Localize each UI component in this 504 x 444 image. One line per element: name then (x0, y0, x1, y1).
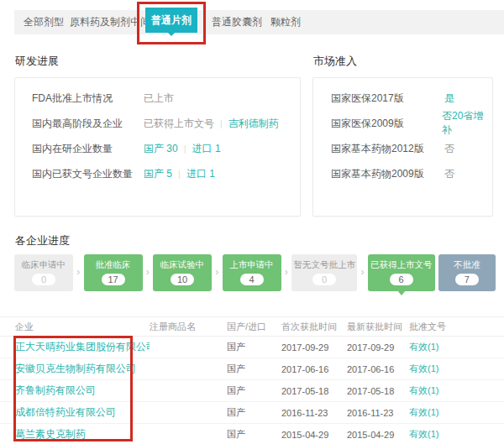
ma-row-value: 否 (444, 167, 454, 181)
company-link[interactable]: 葛兰素史克制药 (15, 427, 150, 441)
domestic-count-link[interactable]: 国产 30 (144, 142, 178, 156)
ma-row-label: 国家医保2017版 (331, 91, 444, 106)
step-label: 暂无文号批上市 (291, 259, 357, 271)
market-access-card: 国家医保2017版 是 国家医保2009版 否20省增补 国家基本药物2012版… (312, 77, 493, 217)
rd-row-companies-in-development: 国内在研企业数量 国产 30 | 进口 1 (32, 136, 300, 161)
rd-row-companies-licensed: 国内已获文号企业数量 国产 5 | 进口 1 (32, 161, 300, 186)
step-count-badge: 0 (312, 274, 336, 285)
ma-row-value[interactable]: 否20省增补 (442, 109, 492, 138)
ma-row-label: 国家医保2009版 (331, 117, 442, 131)
col-header-origin: 国产/进口 (227, 321, 281, 333)
progress-pipeline: 临床申请中 0 › 批准临床 17 › 临床试验中 10 › 上市申请中 4 ›… (14, 254, 496, 296)
rd-row-value: 已获得上市文号 (144, 117, 214, 131)
company-link[interactable]: 正大天晴药业集团股份有限公司 (15, 340, 150, 354)
tab-plain-capsule[interactable]: 普通胶囊剂 (212, 10, 262, 34)
first-approval-cell: 2015-04-29 (281, 430, 347, 440)
origin-cell: 国产 (227, 428, 281, 441)
step-label: 临床申请中 (14, 259, 73, 271)
rd-row-value: 已上市 (144, 91, 174, 106)
company-table: 企业 注册商品名 国产/进口 首次获批时间 最新获批时间 批准文号 正大天晴药业… (0, 316, 504, 444)
latest-approval-cell: 2017-05-18 (347, 386, 409, 396)
ma-row-nrdl-2009: 国家医保2009版 否20省增补 (331, 111, 492, 136)
step-label: 临床试验中 (153, 259, 212, 271)
table-row[interactable]: 成都倍特药业有限公司 国产 2016-11-23 2016-11-23 有效(1… (0, 402, 504, 424)
origin-cell: 国产 (227, 341, 281, 353)
first-approval-cell: 2017-06-16 (281, 364, 347, 374)
table-row[interactable]: 安徽贝克生物制药有限公司 国产 2017-06-16 2017-06-16 有效… (0, 358, 504, 380)
tab-granule[interactable]: 颗粒剂 (270, 10, 301, 34)
table-header-row: 企业 注册商品名 国产/进口 首次获批时间 最新获批时间 批准文号 (0, 317, 504, 337)
rd-row-label: 国内最高阶段及企业 (32, 117, 144, 131)
ma-row-value[interactable]: 是 (444, 91, 454, 106)
ma-row-eml-2009: 国家基本药物2009版 否 (331, 161, 492, 186)
col-header-company: 企业 (15, 321, 150, 333)
domestic-count-link[interactable]: 国产 5 (144, 167, 172, 181)
rd-row-label: 国内已获文号企业数量 (32, 167, 144, 181)
company-link-gilead[interactable]: 吉利德制药 (228, 117, 279, 131)
rd-row-highest-stage: 国内最高阶段及企业 已获得上市文号 | 吉利德制药 (32, 111, 300, 136)
license-link[interactable]: 有效(1) (409, 341, 504, 353)
latest-approval-cell: 2017-06-16 (347, 364, 409, 374)
chevron-right-icon: › (215, 266, 218, 278)
step-count-badge: 10 (171, 274, 194, 285)
origin-cell: 国产 (227, 406, 281, 419)
latest-approval-cell: 2016-11-23 (347, 408, 409, 418)
ma-row-label: 国家基本药物2009版 (331, 167, 444, 181)
ma-row-value: 否 (444, 142, 454, 156)
chevron-right-icon: › (76, 266, 80, 278)
step-marketing-application[interactable]: 上市申请中 4 (223, 254, 281, 291)
ma-row-label: 国家基本药物2012版 (331, 142, 444, 156)
import-count-link[interactable]: 进口 1 (186, 167, 215, 181)
company-link[interactable]: 齐鲁制药有限公司 (15, 384, 150, 398)
license-link[interactable]: 有效(1) (409, 406, 504, 419)
table-row[interactable]: 齐鲁制药有限公司 国产 2017-05-18 2017-05-18 有效(1) (0, 380, 504, 402)
origin-cell: 国产 (227, 363, 281, 375)
step-not-approved[interactable]: 不批准 7 (438, 254, 496, 291)
company-progress-title: 各企业进度 (15, 233, 70, 248)
drug-detail-page: 全部剂型 原料药及制剂中间体 普通片剂 普通胶囊剂 颗粒剂 研发进展 FDA批准… (0, 0, 504, 444)
dosage-form-tabbar: 全部剂型 原料药及制剂中间体 普通片剂 普通胶囊剂 颗粒剂 (14, 10, 504, 34)
license-link[interactable]: 有效(1) (409, 363, 504, 375)
step-clinical-application[interactable]: 临床申请中 0 (14, 254, 73, 291)
license-link[interactable]: 有效(1) (409, 384, 504, 397)
chevron-right-icon: › (146, 266, 150, 278)
company-link[interactable]: 安徽贝克生物制药有限公司 (15, 362, 150, 376)
company-link[interactable]: 成都倍特药业有限公司 (15, 405, 150, 420)
step-label: 不批准 (438, 259, 496, 271)
table-row[interactable]: 正大天晴药业集团股份有限公司 国产 2017-09-29 2017-09-29 … (0, 337, 504, 358)
latest-approval-cell: 2015-04-29 (347, 430, 409, 440)
market-access-title: 市场准入 (313, 54, 357, 69)
col-header-license: 批准文号 (409, 321, 504, 333)
latest-approval-cell: 2017-09-29 (347, 342, 409, 353)
tab-plain-tablet-active[interactable]: 普通片剂 (145, 8, 197, 33)
divider: | (220, 118, 223, 128)
step-clinical-trial[interactable]: 临床试验中 10 (153, 254, 212, 291)
step-count-badge: 4 (240, 274, 264, 285)
step-label: 已获得上市文号 (368, 259, 435, 271)
rd-progress-title: 研发进展 (15, 54, 59, 69)
ma-row-eml-2012: 国家基本药物2012版 否 (331, 136, 492, 161)
first-approval-cell: 2017-05-18 (281, 386, 347, 396)
rd-row-label: FDA批准上市情况 (32, 91, 144, 106)
license-link[interactable]: 有效(1) (409, 428, 504, 441)
col-header-first-approval: 首次获批时间 (281, 321, 347, 333)
table-row[interactable]: 葛兰素史克制药 国产 2015-04-29 2015-04-29 有效(1) (0, 424, 504, 444)
step-count-badge: 7 (455, 274, 479, 285)
first-approval-cell: 2016-11-23 (281, 408, 347, 418)
col-header-latest-approval: 最新获批时间 (347, 321, 409, 333)
step-count-badge: 6 (390, 274, 413, 285)
step-clinical-approved[interactable]: 批准临床 17 (84, 254, 143, 291)
step-count-badge: 17 (102, 274, 125, 285)
import-count-link[interactable]: 进口 1 (192, 142, 221, 156)
step-license-obtained-selected[interactable]: 已获得上市文号 6 (368, 254, 435, 291)
col-header-brand: 注册商品名 (150, 321, 227, 333)
tab-all-dosage-forms[interactable]: 全部剂型 (24, 10, 64, 34)
rd-row-label: 国内在研企业数量 (32, 142, 144, 156)
step-count-badge: 0 (32, 274, 55, 285)
rd-row-fda: FDA批准上市情况 已上市 (32, 86, 300, 111)
step-approved-no-license[interactable]: 暂无文号批上市 0 (291, 254, 357, 291)
chevron-right-icon: › (360, 266, 364, 278)
chevron-right-icon: › (285, 266, 288, 278)
first-approval-cell: 2017-09-29 (281, 342, 347, 353)
step-label: 批准临床 (84, 259, 143, 271)
